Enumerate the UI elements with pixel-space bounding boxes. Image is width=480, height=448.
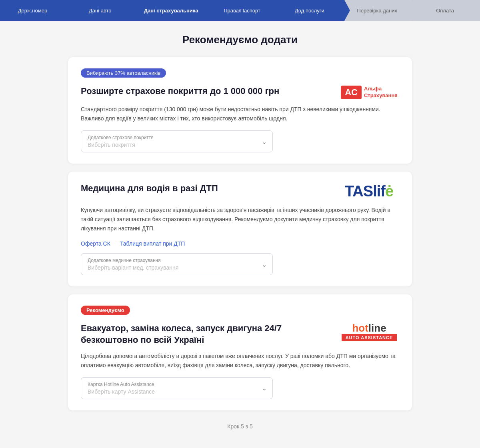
coverage-card-title: Розширте страхове покриття до 1 000 000 … bbox=[81, 86, 339, 97]
medical-link-offer[interactable]: Оферта СК bbox=[81, 240, 110, 247]
assistance-dropdown-value: Виберіть карту Assistance bbox=[88, 388, 266, 395]
breadcrumb-state-number[interactable]: Держ.номер bbox=[0, 0, 68, 21]
main-content: Рекомендуємо додати Вибирають 37% автовл… bbox=[60, 21, 420, 446]
tas-dot: ė bbox=[385, 183, 394, 200]
medical-card-title: Медицина для водія в разі ДТП bbox=[81, 183, 339, 194]
medical-dropdown-label: Додаткове медичне страхування bbox=[88, 258, 266, 263]
tas-text: TAS bbox=[345, 183, 373, 200]
tas-life-text: lif bbox=[373, 183, 385, 200]
breadcrumb-data-check[interactable]: Перевірка даних bbox=[344, 0, 412, 21]
coverage-dropdown-label: Додаткове страхове покриття bbox=[88, 135, 266, 140]
medical-link-table[interactable]: Таблиця виплат при ДТП bbox=[120, 240, 185, 247]
hotline-line-text: line bbox=[368, 322, 386, 334]
coverage-card-header: Розширте страхове покриття до 1 000 000 … bbox=[81, 86, 399, 99]
breadcrumb-license-passport[interactable]: Права/Паспорт bbox=[210, 0, 277, 21]
recommend-badge: Рекомендуємо bbox=[81, 306, 130, 315]
medical-description: Купуючи автоцивілку, ви страхуєте відпов… bbox=[81, 206, 399, 233]
medical-dropdown-arrow: ⌄ bbox=[262, 260, 267, 268]
medical-card-header: Медицина для водія в разі ДТП TAS lifė bbox=[81, 183, 399, 200]
coverage-dropdown-value: Виберіть покриття bbox=[88, 142, 266, 148]
assistance-dropdown-label: Картка Hotline Auto Assistance bbox=[88, 382, 266, 387]
hotline-sub-text: AUTO ASSISTANCE bbox=[342, 334, 397, 341]
alfa-text: АльфаСтрахування bbox=[364, 86, 398, 99]
coverage-card: Вибирають 37% автовласників Розширте стр… bbox=[68, 57, 412, 164]
hotline-logo: hotline AUTO ASSISTANCE bbox=[339, 323, 399, 341]
assistance-card-title: Евакуатор, заміна колеса, запуск двигуна… bbox=[81, 323, 339, 346]
medical-card: Медицина для водія в разі ДТП TAS lifė … bbox=[68, 172, 412, 286]
assistance-dropdown[interactable]: Картка Hotline Auto Assistance Виберіть … bbox=[81, 377, 273, 399]
coverage-dropdown[interactable]: Додаткове страхове покриття Виберіть пок… bbox=[81, 130, 273, 152]
alfa-ac-text: AC bbox=[341, 86, 362, 99]
medical-dropdown-value: Виберіть варіант мед. страхування bbox=[88, 264, 266, 271]
breadcrumb-extra-services[interactable]: Дод.послуги bbox=[277, 0, 344, 21]
assistance-card-header: Евакуатор, заміна колеса, запуск двигуна… bbox=[81, 323, 399, 346]
medical-links: Оферта СК Таблиця виплат при ДТП bbox=[81, 240, 399, 247]
tas-logo: TAS lifė bbox=[339, 183, 399, 200]
page-title: Рекомендуємо додати bbox=[68, 34, 412, 46]
alfa-logo: AC АльфаСтрахування bbox=[339, 86, 399, 99]
assistance-description: Цілодобова допомога автомобілісту в доро… bbox=[81, 352, 399, 370]
coverage-description: Стандартного розміру покриття (130 000 г… bbox=[81, 105, 399, 123]
breadcrumb-payment[interactable]: Оплата bbox=[412, 0, 480, 21]
hotline-top-text: hotline bbox=[352, 323, 386, 333]
breadcrumb-car-data[interactable]: Дані авто bbox=[68, 0, 135, 21]
coverage-dropdown-arrow: ⌄ bbox=[262, 138, 267, 145]
breadcrumb-nav: Держ.номер Дані авто Дані страхувальника… bbox=[0, 0, 480, 21]
hotline-hot-text: hot bbox=[352, 322, 368, 334]
assistance-card: Рекомендуємо Евакуатор, заміна колеса, з… bbox=[68, 294, 412, 410]
step-indicator: Крок 5 з 5 bbox=[68, 423, 412, 430]
medical-dropdown[interactable]: Додаткове медичне страхування Виберіть в… bbox=[81, 253, 273, 275]
popular-badge: Вибирають 37% автовласників bbox=[81, 68, 166, 78]
assistance-dropdown-arrow: ⌄ bbox=[262, 384, 267, 392]
breadcrumb-insurer-data[interactable]: Дані страхувальника bbox=[135, 0, 210, 21]
